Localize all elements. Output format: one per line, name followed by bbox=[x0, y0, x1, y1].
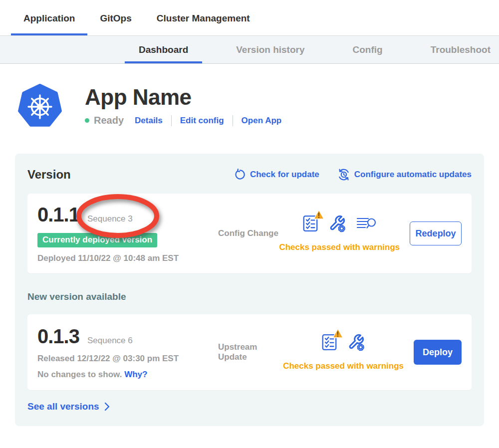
tab-troubleshoot[interactable]: Troubleshoot bbox=[417, 36, 499, 63]
tab-version-history[interactable]: Version history bbox=[222, 36, 318, 63]
currently-deployed-badge: Currently deployed version bbox=[37, 233, 157, 247]
details-link[interactable]: Details bbox=[135, 116, 163, 126]
version-action-icons bbox=[321, 333, 365, 353]
auto-update-icon bbox=[337, 168, 350, 181]
tab-cluster-management[interactable]: Cluster Management bbox=[144, 12, 262, 35]
check-for-update-link[interactable]: Check for update bbox=[234, 169, 319, 181]
configure-automatic-updates-label: Configure automatic updates bbox=[354, 170, 472, 180]
chevron-right-icon bbox=[104, 402, 110, 411]
checks-group: Checks passed with warnings bbox=[283, 333, 404, 371]
open-app-link[interactable]: Open App bbox=[242, 116, 282, 126]
version-section-header: Version Check for update Configure bbox=[27, 168, 472, 182]
tab-config[interactable]: Config bbox=[339, 36, 397, 63]
view-diff-icon[interactable] bbox=[356, 216, 376, 233]
status-dot-icon bbox=[85, 118, 89, 123]
configure-automatic-updates-link[interactable]: Configure automatic updates bbox=[337, 168, 472, 181]
primary-nav: Application GitOps Cluster Management bbox=[0, 0, 499, 35]
preflight-checks-icon[interactable] bbox=[321, 333, 337, 353]
edit-config-icon[interactable] bbox=[347, 333, 365, 353]
see-all-versions-link[interactable]: See all versions bbox=[27, 401, 472, 412]
version-action-icons bbox=[302, 215, 376, 234]
preflight-checks-icon[interactable] bbox=[302, 215, 318, 234]
change-type-label: Upstream Update bbox=[218, 342, 283, 362]
app-sub-nav: Dashboard Version history Config Trouble… bbox=[0, 35, 499, 64]
no-changes-note: No changes to show. Why? bbox=[37, 370, 211, 380]
tab-dashboard[interactable]: Dashboard bbox=[125, 36, 202, 63]
available-version-info: 0.1.3 Sequence 6 Released 12/12/22 @ 03:… bbox=[37, 325, 211, 380]
app-status-row: Ready Details Edit config Open App bbox=[85, 115, 281, 126]
version-actions: Check for update Configure automatic upd… bbox=[234, 168, 472, 181]
status-badge: Ready bbox=[94, 115, 124, 126]
redeploy-button[interactable]: Redeploy bbox=[410, 222, 462, 245]
divider bbox=[171, 115, 172, 126]
checks-group: Checks passed with warnings bbox=[279, 215, 400, 252]
current-version-sequence: Sequence 3 bbox=[87, 214, 133, 224]
checks-status-text: Checks passed with warnings bbox=[279, 242, 400, 252]
checks-status-text: Checks passed with warnings bbox=[283, 361, 404, 371]
edit-config-link[interactable]: Edit config bbox=[180, 116, 224, 126]
divider bbox=[233, 115, 233, 126]
version-section: Version Check for update Configure bbox=[15, 154, 484, 426]
new-version-heading: New version available bbox=[27, 291, 472, 302]
change-type-label: Config Change bbox=[218, 228, 279, 238]
released-timestamp: Released 12/12/22 @ 03:30 pm EST bbox=[37, 354, 211, 364]
see-all-versions-label: See all versions bbox=[27, 401, 99, 412]
available-version-number: 0.1.3 bbox=[37, 325, 79, 348]
current-version-card: 0.1.1 Sequence 3 Currently deployed vers… bbox=[27, 194, 472, 273]
page-title: App Name bbox=[85, 85, 281, 110]
tab-application[interactable]: Application bbox=[11, 12, 87, 35]
kubernetes-logo-icon bbox=[18, 84, 62, 129]
check-for-update-label: Check for update bbox=[250, 170, 319, 180]
current-version-number: 0.1.1 bbox=[37, 204, 79, 226]
warning-triangle-icon bbox=[313, 210, 324, 220]
available-version-card: 0.1.3 Sequence 6 Released 12/12/22 @ 03:… bbox=[27, 314, 472, 390]
current-version-info: 0.1.1 Sequence 3 Currently deployed vers… bbox=[37, 204, 211, 263]
version-heading: Version bbox=[27, 168, 71, 182]
why-link[interactable]: Why? bbox=[124, 370, 147, 379]
refresh-icon bbox=[234, 169, 246, 181]
no-changes-text: No changes to show. bbox=[37, 370, 122, 379]
deployed-timestamp: Deployed 11/10/22 @ 10:48 am EST bbox=[37, 253, 211, 263]
warning-triangle-icon bbox=[332, 328, 343, 338]
deploy-button[interactable]: Deploy bbox=[414, 340, 462, 365]
tab-gitops[interactable]: GitOps bbox=[87, 12, 144, 35]
app-header: App Name Ready Details Edit config Open … bbox=[18, 84, 499, 129]
edit-config-icon[interactable] bbox=[328, 215, 346, 234]
available-version-sequence: Sequence 6 bbox=[87, 336, 133, 346]
